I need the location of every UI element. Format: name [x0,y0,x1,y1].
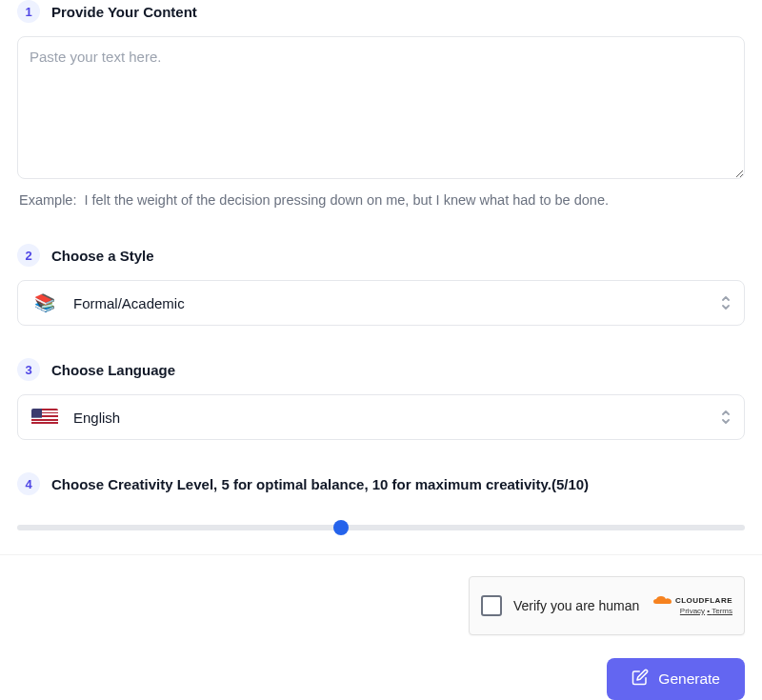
captcha-terms-link[interactable]: Terms [712,607,732,615]
divider [0,554,762,555]
step-badge-4: 4 [17,472,40,495]
section-provide-content: 1 Provide Your Content Example: I felt t… [17,0,745,211]
generate-button[interactable]: Generate [607,658,745,700]
flag-us-icon [31,408,58,427]
captcha-brand: CLOUDFLARE Privacy • Terms [652,595,732,616]
captcha-checkbox[interactable] [481,595,502,616]
step-title-3: Choose Language [51,362,175,378]
generate-row: Generate [0,647,762,700]
creativity-slider[interactable] [17,518,745,537]
captcha-label: Verify you are human [513,598,641,613]
style-select[interactable]: 📚 Formal/Academic [17,280,745,326]
style-selected-value: Formal/Academic [73,295,185,311]
step-badge-1: 1 [17,0,40,23]
section-creativity: 4 Choose Creativity Level, 5 for optimal… [17,472,745,537]
section-choose-style: 2 Choose a Style 📚 Formal/Academic [17,244,745,326]
step-header: 1 Provide Your Content [17,0,745,23]
chevrons-up-down-icon [719,294,732,311]
step-title-1: Provide Your Content [51,4,197,20]
captcha-row: Verify you are human CLOUDFLARE Privacy … [0,576,762,647]
captcha-privacy-link[interactable]: Privacy [680,607,705,615]
step-badge-3: 3 [17,358,40,381]
example-label: Example: [19,192,76,208]
example-row: Example: I felt the weight of the decisi… [17,189,745,211]
slider-thumb[interactable] [333,520,349,535]
edit-icon [632,669,649,690]
language-selected-value: English [73,410,120,426]
example-text: I felt the weight of the decision pressi… [84,192,609,208]
cloudflare-logo-icon [652,595,673,607]
content-textarea[interactable] [17,36,745,179]
generate-button-label: Generate [658,670,720,688]
language-select[interactable]: English [17,394,745,440]
step-header: 4 Choose Creativity Level, 5 for optimal… [17,472,745,495]
step-header: 2 Choose a Style [17,244,745,267]
step-title-4: Choose Creativity Level, 5 for optimal b… [51,476,589,492]
step-badge-2: 2 [17,244,40,267]
slider-track [17,525,745,530]
cloudflare-brand-text: CLOUDFLARE [675,596,732,606]
step-title-2: Choose a Style [51,248,154,264]
captcha-widget: Verify you are human CLOUDFLARE Privacy … [469,576,745,635]
books-icon: 📚 [31,293,58,312]
step-header: 3 Choose Language [17,358,745,381]
section-choose-language: 3 Choose Language English [17,358,745,440]
chevrons-up-down-icon [719,409,732,426]
